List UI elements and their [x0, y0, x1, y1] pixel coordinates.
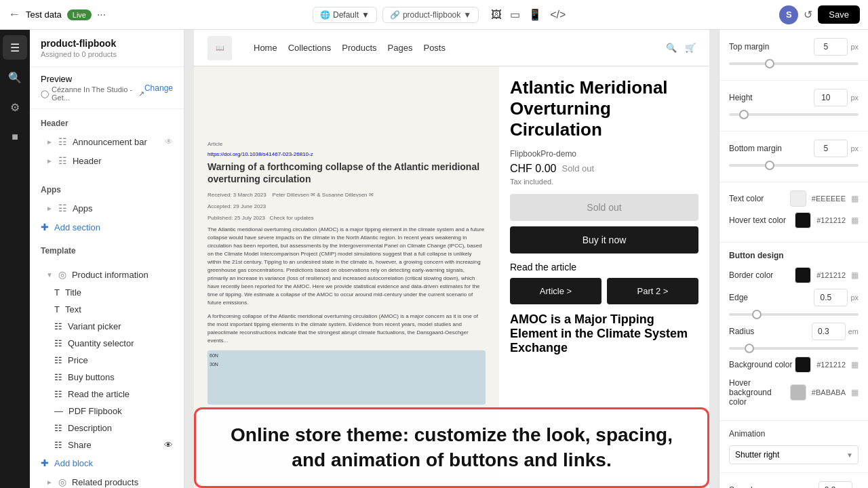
radius-input[interactable]	[812, 323, 846, 340]
article-buttons: Article > Part 2 >	[510, 278, 698, 304]
top-margin-input[interactable]	[814, 38, 848, 56]
sidebar-item-price[interactable]: ☷ Price	[30, 352, 184, 369]
visibility-icon[interactable]: 👁	[164, 440, 173, 450]
sidebar-icon-settings[interactable]: ⚙	[3, 95, 27, 119]
code-icon[interactable]: </>	[550, 9, 566, 21]
nav-collections[interactable]: Collections	[288, 43, 332, 53]
store-nav-right: 🔍 🛒	[666, 43, 696, 53]
text-color-row: Text color #EEEEEE ▦	[729, 190, 859, 207]
radius-slider	[729, 347, 859, 350]
sidebar-item-description[interactable]: ☷ Description	[30, 420, 184, 436]
top-margin-label: Top margin	[729, 42, 769, 52]
grid-icon: ☷	[54, 423, 62, 433]
live-badge: Live	[67, 9, 92, 20]
sidebar-item-title[interactable]: T Title	[30, 284, 184, 301]
topbar-left: ← Test data Live ⋯	[8, 7, 106, 22]
product-title: Atlantic Meridional Overturning Circulat…	[510, 77, 698, 141]
grid-icon: ☷	[54, 440, 62, 450]
copy-icon[interactable]: ▦	[851, 216, 859, 225]
sidebar-icon-apps[interactable]: ■	[3, 125, 27, 149]
sidebar-item-product-information[interactable]: ▼ ◎ Product information	[30, 265, 184, 284]
nav-products[interactable]: Products	[342, 43, 376, 53]
edge-slider	[729, 313, 859, 316]
sidebar-item-variant-picker[interactable]: ☷ Variant picker	[30, 318, 184, 335]
copy-icon[interactable]: ▦	[851, 388, 859, 397]
topbar-center: 🌐 Default ▼ 🔗 product-flipbook ▼ 🖼 ▭ 📱 <…	[114, 5, 771, 24]
sidebar-panel: product-flipbook Assigned to 0 products …	[30, 30, 184, 488]
sidebar-item-quantity-selector[interactable]: ☷ Quantity selector	[30, 335, 184, 352]
sidebar-item-add-block[interactable]: ✚ Add block	[30, 453, 184, 472]
flipbook-selector[interactable]: 🔗 product-flipbook ▼	[382, 7, 479, 23]
help-button[interactable]: S	[779, 5, 798, 24]
locale-selector[interactable]: 🌐 Default ▼	[313, 7, 377, 23]
visibility-icon[interactable]: 👁	[165, 137, 173, 146]
article-second-para: A forthcoming collapse of the Atlantic m…	[208, 312, 486, 345]
edge-thumb[interactable]	[752, 310, 762, 319]
copy-icon[interactable]: ▦	[851, 270, 859, 280]
topbar: ← Test data Live ⋯ 🌐 Default ▼ 🔗 product…	[0, 0, 868, 30]
sidebar-item-read-the-article[interactable]: ☷ Read the article	[30, 386, 184, 403]
speed-input[interactable]	[818, 481, 852, 488]
hover-text-color-swatch[interactable]	[795, 212, 811, 228]
nav-home[interactable]: Home	[254, 43, 277, 53]
tablet-icon[interactable]: ▭	[510, 8, 520, 21]
sold-out-button[interactable]: Sold out	[510, 194, 698, 221]
sidebar-item-related-products[interactable]: ► ◎ Related products	[30, 472, 184, 488]
speed-label: Speed	[729, 485, 753, 488]
nav-pages[interactable]: Pages	[388, 43, 413, 53]
sidebar-item-text[interactable]: T Text	[30, 301, 184, 318]
border-color-swatch[interactable]	[795, 267, 811, 283]
sidebar-icon-sections[interactable]: ☰	[3, 35, 27, 60]
undo-button[interactable]: ↺	[804, 8, 812, 21]
animation-row: Animation	[729, 429, 859, 439]
edge-input[interactable]	[814, 289, 848, 306]
article-type: Article	[208, 140, 486, 148]
copy-icon[interactable]: ▦	[851, 360, 859, 369]
more-button[interactable]: ⋯	[97, 9, 106, 20]
search-icon[interactable]: 🔍	[666, 43, 677, 53]
bg-color-swatch[interactable]	[795, 357, 811, 373]
sidebar-icon-search[interactable]: 🔍	[3, 65, 27, 89]
copy-icon[interactable]: ▦	[851, 194, 859, 203]
speed-section: Speed s	[719, 473, 868, 488]
cart-icon[interactable]: 🛒	[685, 43, 696, 53]
animation-select[interactable]: None Shutter right Shutter left Fade Sli…	[729, 445, 859, 464]
top-margin-thumb[interactable]	[765, 59, 774, 68]
preview-detail: ◯ Cézanne In The Studio - Get... ↗	[41, 85, 144, 102]
buy-it-now-button[interactable]: Buy it now	[510, 226, 698, 253]
sidebar-item-share[interactable]: ☷ Share 👁	[30, 436, 184, 453]
sidebar-item-apps[interactable]: ► ☷ Apps	[30, 199, 184, 218]
mobile-icon[interactable]: 📱	[528, 8, 542, 21]
hover-text-color-row: Hover text color #121212 ▦	[729, 212, 859, 228]
desktop-icon[interactable]: 🖼	[491, 9, 502, 21]
height-input[interactable]	[814, 89, 848, 106]
button-design-header: Button design	[729, 251, 859, 260]
top-margin-unit: px	[850, 43, 859, 51]
nav-posts[interactable]: Posts	[423, 43, 446, 53]
text-color-swatch[interactable]	[790, 190, 806, 207]
article-meta: Received: 3 March 2023 Peter Ditlevsen ✉…	[208, 191, 486, 199]
sidebar-item-add-section-top[interactable]: ✚ Add section	[30, 218, 184, 237]
sidebar-item-announcement-bar[interactable]: ► ☷ Announcement bar 👁	[30, 132, 184, 151]
bottom-margin-thumb[interactable]	[765, 161, 774, 170]
sidebar-item-pdf-flipbook[interactable]: — PDF Flipbook	[30, 403, 184, 420]
radius-unit: em	[848, 327, 859, 336]
change-link[interactable]: Change	[144, 83, 173, 93]
sidebar-item-buy-buttons[interactable]: ☷ Buy buttons	[30, 369, 184, 386]
sidebar-item-header[interactable]: ► ☷ Header	[30, 151, 184, 170]
article-content: Article https://doi.org/10.1038/s41467-0…	[194, 127, 499, 428]
hover-bg-color-swatch[interactable]	[790, 384, 806, 401]
speed-row: Speed s	[729, 481, 859, 488]
article-button-1[interactable]: Article >	[510, 278, 601, 304]
back-button[interactable]: ←	[8, 7, 20, 22]
radius-thumb[interactable]	[745, 344, 754, 353]
section-header-apps: Apps	[30, 181, 184, 199]
height-thumb[interactable]	[739, 110, 749, 119]
text-color-hex: #EEEEEE	[812, 195, 846, 203]
map-thumbnail: 60N 30N	[208, 350, 486, 405]
circle-icon: ◎	[58, 476, 66, 487]
save-button[interactable]: Save	[818, 5, 860, 24]
article-accepted: Accepted: 29 June 2023	[208, 203, 486, 210]
article-button-2[interactable]: Part 2 >	[607, 278, 698, 304]
bottom-margin-input[interactable]	[814, 140, 848, 157]
